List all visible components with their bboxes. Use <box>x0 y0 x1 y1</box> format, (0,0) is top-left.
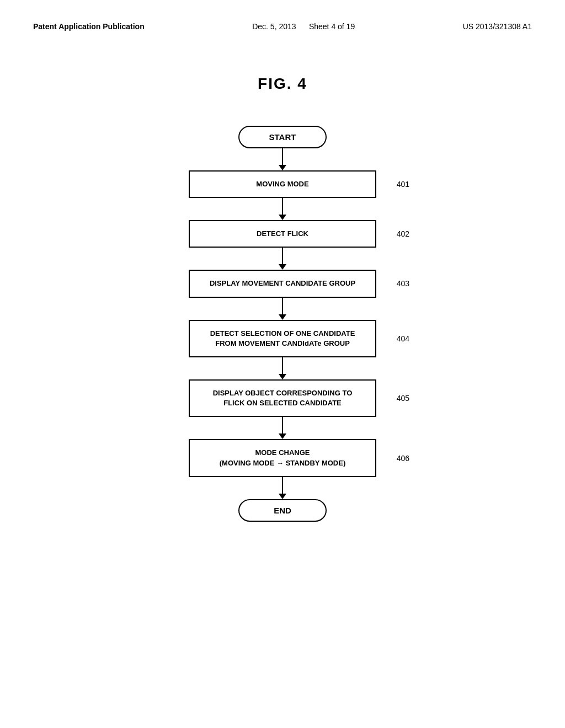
arrow-5 <box>279 357 286 379</box>
arrow-head <box>279 165 286 170</box>
node-405-wrapper: DISPLAY OBJECT CORRESPONDING TOFLICK ON … <box>189 379 376 417</box>
arrow-line <box>282 417 283 433</box>
arrow-4 <box>279 298 286 320</box>
node-402: DETECT FLICK <box>189 220 376 248</box>
flowchart: START MOVING MODE 401 DETECT FLICK 402 D… <box>0 126 565 522</box>
end-node-wrapper: END <box>238 499 327 522</box>
arrow-line <box>282 148 283 165</box>
node-401: MOVING MODE <box>189 170 376 198</box>
node-402-label: 402 <box>397 229 409 238</box>
arrow-2 <box>279 198 286 220</box>
node-401-label: 401 <box>397 180 409 189</box>
arrow-line <box>282 248 283 264</box>
figure-title: FIG. 4 <box>0 75 565 93</box>
start-node-wrapper: START <box>238 126 327 148</box>
node-401-wrapper: MOVING MODE 401 <box>189 170 376 198</box>
node-403: DISPLAY MOVEMENT CANDIDATE GROUP <box>189 270 376 297</box>
node-405-label: 405 <box>397 394 409 403</box>
node-403-wrapper: DISPLAY MOVEMENT CANDIDATE GROUP 403 <box>189 270 376 297</box>
node-406-label: 406 <box>397 454 409 463</box>
arrow-7 <box>279 477 286 499</box>
node-405: DISPLAY OBJECT CORRESPONDING TOFLICK ON … <box>189 379 376 417</box>
arrow-head <box>279 494 286 499</box>
arrow-head <box>279 433 286 439</box>
node-406: MODE CHANGE(MOVING MODE → STANDBY MODE) <box>189 439 376 477</box>
arrow-head <box>279 215 286 220</box>
arrow-3 <box>279 248 286 270</box>
node-404-label: 404 <box>397 334 409 343</box>
arrow-head <box>279 314 286 320</box>
arrow-6 <box>279 417 286 439</box>
node-402-wrapper: DETECT FLICK 402 <box>189 220 376 248</box>
page-header: Patent Application Publication Dec. 5, 2… <box>0 0 565 42</box>
arrow-line <box>282 298 283 314</box>
header-patent-number: US 2013/321308 A1 <box>463 22 532 31</box>
node-406-wrapper: MODE CHANGE(MOVING MODE → STANDBY MODE) … <box>189 439 376 477</box>
arrow-line <box>282 198 283 215</box>
header-publication: Patent Application Publication <box>33 22 145 31</box>
node-403-label: 403 <box>397 279 409 288</box>
end-node: END <box>238 499 327 522</box>
header-date: Dec. 5, 2013 <box>252 22 296 31</box>
arrow-line <box>282 357 283 374</box>
arrow-head <box>279 374 286 379</box>
node-404: DETECT SELECTION OF ONE CANDIDATEFROM MO… <box>189 320 376 357</box>
header-date-sheet: Dec. 5, 2013 Sheet 4 of 19 <box>252 22 355 31</box>
arrow-1 <box>279 148 286 170</box>
arrow-head <box>279 264 286 270</box>
header-sheet: Sheet 4 of 19 <box>309 22 355 31</box>
arrow-line <box>282 477 283 494</box>
node-404-wrapper: DETECT SELECTION OF ONE CANDIDATEFROM MO… <box>189 320 376 357</box>
start-node: START <box>238 126 327 148</box>
